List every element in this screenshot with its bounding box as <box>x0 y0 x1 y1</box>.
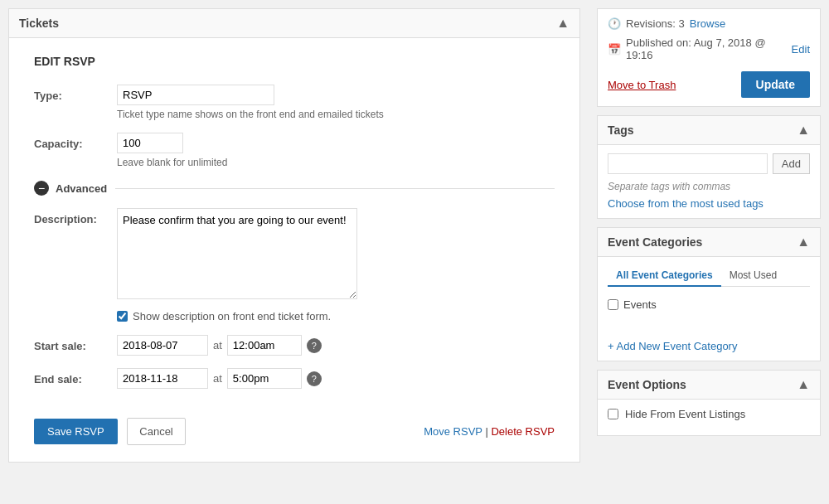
tags-panel-title: Tags <box>608 124 634 137</box>
end-sale-label: End sale: <box>34 368 117 385</box>
tickets-header: Tickets ▲ <box>9 9 579 38</box>
add-tag-button[interactable]: Add <box>773 153 810 174</box>
edit-published-link[interactable]: Edit <box>792 43 810 56</box>
tags-collapse-icon[interactable]: ▲ <box>797 123 810 138</box>
start-sale-row: Start sale: at ? <box>34 335 555 356</box>
browse-link[interactable]: Browse <box>690 17 725 30</box>
tags-panel: Tags ▲ Add Separate tags with commas Cho… <box>597 115 821 219</box>
type-field: Ticket type name shows on the front end … <box>117 85 555 120</box>
choose-tags-link[interactable]: Choose from the most used tags <box>608 197 764 210</box>
description-row: Description: Please confirm that you are… <box>34 208 555 322</box>
start-sale-time-input[interactable] <box>227 335 302 356</box>
end-sale-datetime: at ? <box>117 368 555 389</box>
description-textarea[interactable]: Please confirm that you are going to our… <box>117 208 357 299</box>
add-category-link[interactable]: + Add New Event Category <box>608 340 810 352</box>
capacity-row: Capacity: Leave blank for unlimited <box>34 133 555 168</box>
start-sale-date-input[interactable] <box>117 335 208 356</box>
edit-rsvp-title: EDIT RSVP <box>34 55 555 68</box>
revisions-clock-icon: 🕐 <box>608 17 621 30</box>
end-sale-field: at ? <box>117 368 555 389</box>
cancel-button[interactable]: Cancel <box>127 418 185 445</box>
end-sale-row: End sale: at ? <box>34 368 555 389</box>
event-options-header: Event Options ▲ <box>598 371 820 400</box>
sidebar: 🕐 Revisions: 3 Browse 📅 Published on: Au… <box>589 0 829 504</box>
move-trash-link[interactable]: Move to Trash <box>608 79 676 91</box>
tags-panel-header: Tags ▲ <box>598 116 820 145</box>
hide-listings-label: Hide From Event Listings <box>625 408 745 420</box>
move-rsvp-link[interactable]: Move RSVP <box>424 425 482 438</box>
revisions-row: 🕐 Revisions: 3 Browse <box>608 17 810 30</box>
description-label: Description: <box>34 208 117 225</box>
tags-input[interactable] <box>608 153 768 174</box>
start-sale-help-icon[interactable]: ? <box>307 338 322 353</box>
tickets-body: EDIT RSVP Type: Ticket type name shows o… <box>9 38 579 462</box>
show-description-row: Show description on front end ticket for… <box>117 310 555 322</box>
event-categories-panel: Event Categories ▲ All Event Categories … <box>597 227 821 361</box>
tab-most-used[interactable]: Most Used <box>721 265 785 287</box>
end-sale-help-icon[interactable]: ? <box>307 371 322 386</box>
start-sale-label: Start sale: <box>34 335 117 352</box>
description-field: Please confirm that you are going to our… <box>117 208 555 322</box>
hide-listings-checkbox[interactable] <box>608 409 618 419</box>
tab-all-categories[interactable]: All Event Categories <box>608 265 721 287</box>
category-checkbox-events[interactable] <box>608 299 618 310</box>
type-label: Type: <box>34 85 117 102</box>
save-rsvp-button[interactable]: Save RSVP <box>34 419 118 444</box>
event-options-title: Event Options <box>608 378 686 391</box>
category-list: Events <box>608 293 810 335</box>
category-tabs: All Event Categories Most Used <box>608 265 810 287</box>
tickets-collapse-icon[interactable]: ▲ <box>556 16 570 31</box>
event-options-body: Hide From Event Listings <box>598 400 820 435</box>
show-description-label: Show description on front end ticket for… <box>133 310 331 322</box>
tags-panel-body: Add Separate tags with commas Choose fro… <box>598 145 820 218</box>
event-categories-collapse-icon[interactable]: ▲ <box>797 235 810 250</box>
tags-hint: Separate tags with commas <box>608 181 810 192</box>
action-links: Move RSVP | Delete RSVP <box>424 425 555 438</box>
end-sale-at-label: at <box>213 372 222 385</box>
capacity-field: Leave blank for unlimited <box>117 133 555 168</box>
event-options-collapse-icon[interactable]: ▲ <box>797 377 810 392</box>
tags-input-row: Add <box>608 153 810 174</box>
delete-rsvp-link[interactable]: Delete RSVP <box>491 425 555 438</box>
advanced-label: Advanced <box>56 182 107 195</box>
trash-update-row: Move to Trash Update <box>608 71 810 98</box>
end-sale-date-input[interactable] <box>117 368 208 389</box>
capacity-hint: Leave blank for unlimited <box>117 157 555 168</box>
type-hint: Ticket type name shows on the front end … <box>117 109 555 120</box>
category-label-events: Events <box>623 298 657 311</box>
show-description-checkbox[interactable] <box>117 311 128 322</box>
start-sale-datetime: at ? <box>117 335 555 356</box>
tickets-title: Tickets <box>19 17 59 30</box>
revisions-label: Revisions: 3 <box>626 17 685 30</box>
advanced-row: − Advanced <box>34 181 555 196</box>
update-button[interactable]: Update <box>741 71 810 98</box>
action-buttons: Save RSVP Cancel <box>34 418 186 445</box>
advanced-divider <box>115 188 555 189</box>
start-sale-at-label: at <box>213 339 222 351</box>
event-options-panel: Event Options ▲ Hide From Event Listings <box>597 370 821 436</box>
capacity-label: Capacity: <box>34 133 117 150</box>
event-categories-header: Event Categories ▲ <box>598 228 820 257</box>
publish-panel: 🕐 Revisions: 3 Browse 📅 Published on: Au… <box>597 8 821 107</box>
action-row: Save RSVP Cancel Move RSVP | Delete RSVP <box>34 405 555 445</box>
event-categories-title: Event Categories <box>608 235 702 249</box>
tags-choose-link-row: Choose from the most used tags <box>608 197 810 210</box>
publish-panel-body: 🕐 Revisions: 3 Browse 📅 Published on: Au… <box>598 9 820 106</box>
published-cal-icon: 📅 <box>608 43 621 56</box>
advanced-toggle-icon[interactable]: − <box>34 181 49 196</box>
published-label: Published on: Aug 7, 2018 @ 19:16 <box>626 36 787 61</box>
event-categories-body: All Event Categories Most Used Events + … <box>598 257 820 361</box>
published-row: 📅 Published on: Aug 7, 2018 @ 19:16 Edit <box>608 36 810 61</box>
category-item-events: Events <box>608 298 810 311</box>
type-row: Type: Ticket type name shows on the fron… <box>34 85 555 120</box>
option-item-hide: Hide From Event Listings <box>608 408 810 420</box>
link-separator: | <box>485 425 487 438</box>
end-sale-time-input[interactable] <box>227 368 302 389</box>
tickets-panel: Tickets ▲ EDIT RSVP Type: Ticket type na… <box>8 8 580 463</box>
capacity-input[interactable] <box>117 133 183 153</box>
start-sale-field: at ? <box>117 335 555 356</box>
type-input[interactable] <box>117 85 274 105</box>
